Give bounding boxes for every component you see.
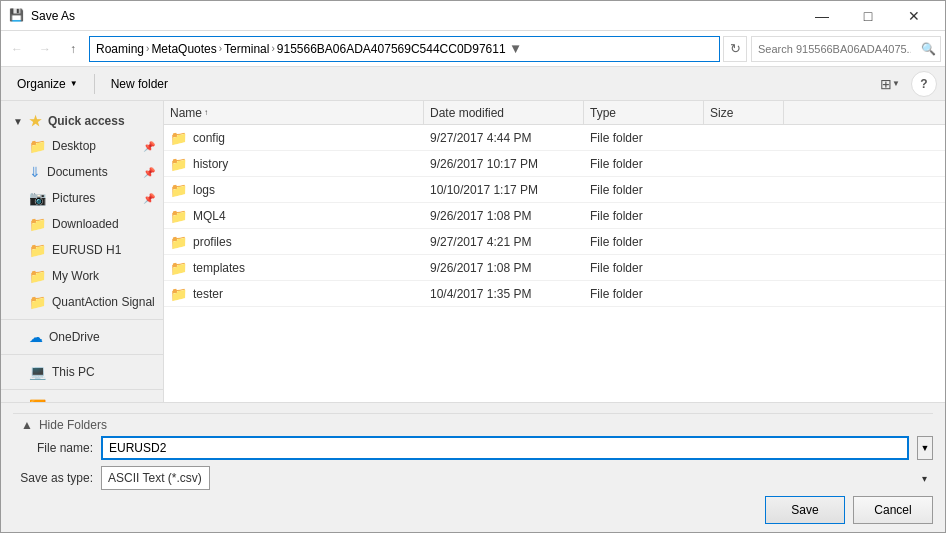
help-button[interactable]: ?: [911, 71, 937, 97]
view-icon: ⊞: [880, 76, 892, 92]
table-row[interactable]: 📁 history 9/26/2017 10:17 PM File folder: [164, 151, 945, 177]
cell-name-logs: 📁 logs: [164, 182, 424, 198]
desktop-icon: 📁: [29, 138, 46, 154]
hide-folders-arrow-icon: ▲: [21, 418, 33, 432]
column-header-date[interactable]: Date modified: [424, 101, 584, 124]
column-size-label: Size: [710, 106, 733, 120]
filename-label: File name:: [13, 441, 93, 455]
cell-type-config: File folder: [584, 131, 704, 145]
table-row[interactable]: 📁 MQL4 9/26/2017 1:08 PM File folder: [164, 203, 945, 229]
column-header-name[interactable]: Name ↑: [164, 101, 424, 124]
address-bar: ← → ↑ Roaming › MetaQuotes › Terminal › …: [1, 31, 945, 67]
pictures-icon: 📷: [29, 190, 46, 206]
maximize-button[interactable]: □: [845, 1, 891, 31]
column-name-label: Name: [170, 106, 202, 120]
cancel-label: Cancel: [874, 503, 911, 517]
filename-input[interactable]: [101, 436, 909, 460]
sidebar-item-my-work[interactable]: 📁 My Work: [1, 263, 163, 289]
cell-date-mql4: 9/26/2017 1:08 PM: [424, 209, 584, 223]
forward-button[interactable]: →: [33, 37, 57, 61]
cell-date-tester: 10/4/2017 1:35 PM: [424, 287, 584, 301]
this-pc-icon: 💻: [29, 364, 46, 380]
column-header-size[interactable]: Size: [704, 101, 784, 124]
cell-type-tester: File folder: [584, 287, 704, 301]
sidebar: ▼ ★ Quick access 📁 Desktop 📌 ⇓ Documents…: [1, 101, 164, 402]
column-header-type[interactable]: Type: [584, 101, 704, 124]
quantaction-folder-icon: 📁: [29, 294, 46, 310]
downloaded-folder-icon: 📁: [29, 216, 46, 232]
cell-date-config: 9/27/2017 4:44 PM: [424, 131, 584, 145]
window-controls: ― □ ✕: [799, 1, 937, 31]
close-button[interactable]: ✕: [891, 1, 937, 31]
pin-icon-pictures: 📌: [143, 193, 155, 204]
window-icon: 💾: [9, 8, 25, 24]
sidebar-divider-2: [1, 354, 163, 355]
window-title: Save As: [31, 9, 799, 23]
column-type-label: Type: [590, 106, 616, 120]
address-dropdown-button[interactable]: ▼: [508, 36, 524, 62]
pin-icon-desktop: 📌: [143, 141, 155, 152]
table-row[interactable]: 📁 templates 9/26/2017 1:08 PM File folde…: [164, 255, 945, 281]
cell-date-logs: 10/10/2017 1:17 PM: [424, 183, 584, 197]
sidebar-item-desktop-label: Desktop: [52, 139, 96, 153]
breadcrumb-item-metaquotes: MetaQuotes: [151, 42, 216, 56]
file-list: Name ↑ Date modified Type Size 📁 config: [164, 101, 945, 402]
view-button[interactable]: ⊞ ▼: [877, 71, 903, 97]
cell-type-templates: File folder: [584, 261, 704, 275]
sidebar-item-onedrive[interactable]: ☁ OneDrive: [1, 324, 163, 350]
cell-type-history: File folder: [584, 157, 704, 171]
file-list-header: Name ↑ Date modified Type Size: [164, 101, 945, 125]
minimize-button[interactable]: ―: [799, 1, 845, 31]
sidebar-item-documents[interactable]: ⇓ Documents 📌: [1, 159, 163, 185]
save-label: Save: [791, 503, 818, 517]
sidebar-item-eurusd-label: EURUSD H1: [52, 243, 121, 257]
sidebar-divider-1: [1, 319, 163, 320]
sort-arrow-icon: ↑: [204, 108, 208, 117]
folder-icon-tester: 📁: [170, 286, 187, 302]
refresh-button[interactable]: ↻: [723, 36, 747, 62]
back-button[interactable]: ←: [5, 37, 29, 61]
folder-icon-logs: 📁: [170, 182, 187, 198]
table-row[interactable]: 📁 logs 10/10/2017 1:17 PM File folder: [164, 177, 945, 203]
sidebar-item-work-label: My Work: [52, 269, 99, 283]
sidebar-section-quick-access[interactable]: ▼ ★ Quick access: [1, 105, 163, 133]
cell-name-profiles: 📁 profiles: [164, 234, 424, 250]
save-as-dialog: 💾 Save As ― □ ✕ ← → ↑ Roaming › MetaQuot…: [0, 0, 946, 533]
sidebar-item-desktop[interactable]: 📁 Desktop 📌: [1, 133, 163, 159]
sidebar-item-pictures[interactable]: 📷 Pictures 📌: [1, 185, 163, 211]
table-row[interactable]: 📁 tester 10/4/2017 1:35 PM File folder: [164, 281, 945, 307]
filename-row: File name: ▼: [13, 436, 933, 460]
sidebar-item-pictures-label: Pictures: [52, 191, 95, 205]
breadcrumb-item-id: 915566BA06ADA407569C544CC0D97611: [277, 42, 506, 56]
organize-button[interactable]: Organize ▼: [9, 71, 86, 97]
address-path[interactable]: Roaming › MetaQuotes › Terminal › 915566…: [89, 36, 720, 62]
sidebar-item-this-pc[interactable]: 💻 This PC: [1, 359, 163, 385]
new-folder-label: New folder: [111, 77, 168, 91]
sidebar-item-this-pc-label: This PC: [52, 365, 95, 379]
search-icon: 🔍: [917, 42, 940, 56]
table-row[interactable]: 📁 config 9/27/2017 4:44 PM File folder: [164, 125, 945, 151]
pin-icon-documents: 📌: [143, 167, 155, 178]
cell-date-profiles: 9/27/2017 4:21 PM: [424, 235, 584, 249]
save-button[interactable]: Save: [765, 496, 845, 524]
search-input[interactable]: [752, 43, 917, 55]
savetype-select[interactable]: ASCII Text (*.csv): [101, 466, 210, 490]
cancel-button[interactable]: Cancel: [853, 496, 933, 524]
filename-dropdown-button[interactable]: ▼: [917, 436, 933, 460]
onedrive-icon: ☁: [29, 329, 43, 345]
quick-access-label: Quick access: [48, 114, 125, 128]
toolbar: Organize ▼ New folder ⊞ ▼ ?: [1, 67, 945, 101]
new-folder-button[interactable]: New folder: [103, 71, 176, 97]
sidebar-item-network[interactable]: 📶 Network: [1, 394, 163, 402]
sidebar-item-downloaded[interactable]: 📁 Downloaded: [1, 211, 163, 237]
savetype-row: Save as type: ASCII Text (*.csv): [13, 466, 933, 490]
sidebar-item-quantaction-signal[interactable]: 📁 QuantAction Signal: [1, 289, 163, 315]
title-bar: 💾 Save As ― □ ✕: [1, 1, 945, 31]
up-button[interactable]: ↑: [61, 37, 85, 61]
work-folder-icon: 📁: [29, 268, 46, 284]
hide-folders-button[interactable]: ▲ Hide Folders: [13, 413, 933, 436]
table-row[interactable]: 📁 profiles 9/27/2017 4:21 PM File folder: [164, 229, 945, 255]
search-box[interactable]: 🔍: [751, 36, 941, 62]
sidebar-item-eurusd-h1[interactable]: 📁 EURUSD H1: [1, 237, 163, 263]
main-content: ▼ ★ Quick access 📁 Desktop 📌 ⇓ Documents…: [1, 101, 945, 402]
